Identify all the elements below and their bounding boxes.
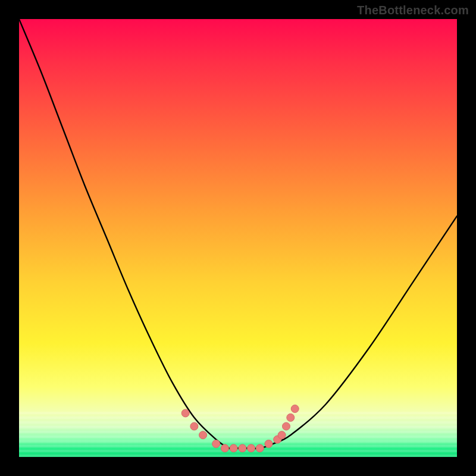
- curve-marker: [248, 444, 255, 452]
- curve-marker: [283, 422, 290, 430]
- watermark-text: TheBottleneck.com: [357, 4, 469, 17]
- bottleneck-curve: [19, 19, 457, 449]
- curve-marker: [190, 422, 198, 430]
- curve-marker: [256, 444, 264, 452]
- curve-marker: [278, 431, 286, 439]
- curve-marker: [221, 444, 228, 452]
- curve-marker: [239, 444, 246, 452]
- chart-svg: [19, 19, 457, 457]
- outer-frame: TheBottleneck.com: [0, 0, 476, 476]
- plot-area: [19, 19, 457, 457]
- curve-marker: [181, 409, 189, 417]
- curve-marker: [287, 414, 295, 421]
- curve-marker: [291, 405, 299, 413]
- curve-marker: [265, 440, 273, 447]
- curve-markers: [181, 405, 299, 452]
- curve-marker: [212, 440, 220, 447]
- curve-marker: [230, 444, 237, 452]
- curve-marker: [199, 431, 207, 439]
